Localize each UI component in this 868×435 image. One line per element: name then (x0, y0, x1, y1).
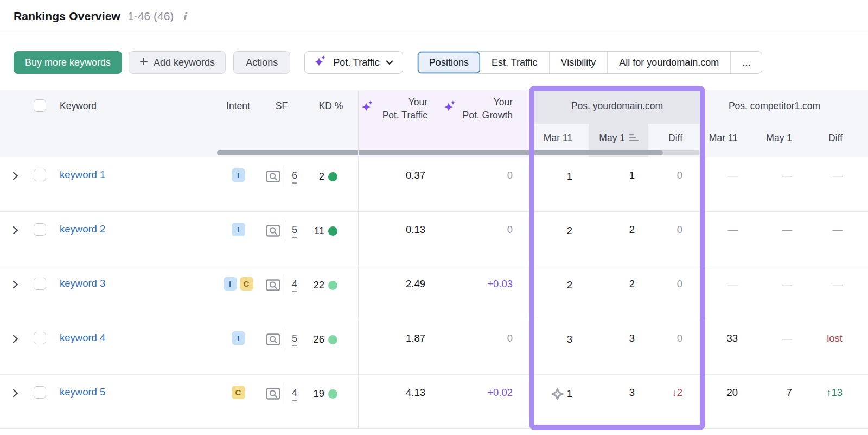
serp-preview-icon[interactable] (266, 279, 280, 292)
pos-yourdomain-mar11: 1 (531, 375, 589, 413)
table-row: keyword 4 I 5 26 1.87 0 3 3 0 33 — lost (0, 320, 868, 375)
subheader-yourdomain-mar11[interactable]: Mar 11 (531, 124, 589, 152)
intent-badge-informational: I (232, 331, 245, 345)
pos-competitor-may1: — (749, 320, 800, 374)
pos-yourdomain-diff: 0 (648, 266, 705, 320)
intent-badges: I (217, 212, 259, 266)
pos-value: 1 (567, 388, 572, 400)
keyword-link[interactable]: keyword 5 (60, 386, 105, 398)
column-header-pot-traffic[interactable]: Your Pot. Traffic (359, 96, 439, 122)
pot-growth-value: 0 (439, 320, 531, 374)
expand-chevron-icon[interactable] (11, 171, 19, 211)
keyword-link[interactable]: keyword 2 (60, 223, 105, 235)
pos-competitor-diff: — (800, 266, 849, 320)
actions-label: Actions (246, 57, 278, 68)
subheader-yourdomain-may1[interactable]: May 1 (589, 124, 648, 152)
serp-features-count[interactable]: 4 (292, 387, 297, 401)
subheader-label: Diff (668, 133, 682, 144)
info-icon[interactable]: i (181, 10, 188, 22)
metric-dropdown[interactable]: Pot. Traffic (304, 51, 403, 74)
serp-features-count[interactable]: 6 (292, 170, 297, 184)
pot-growth-value: 0 (439, 157, 531, 211)
pos-yourdomain-diff: 0 (648, 320, 705, 374)
row-checkbox[interactable] (34, 386, 46, 399)
tab-visibility[interactable]: Visibility (549, 52, 608, 73)
column-header-keyword[interactable]: Keyword (60, 100, 97, 112)
pos-yourdomain-diff: 0 (648, 212, 705, 266)
kd-value: 22 (313, 279, 324, 291)
tab-positions[interactable]: Positions (418, 52, 480, 73)
pos-competitor-may1: — (749, 266, 800, 320)
expand-chevron-icon[interactable] (11, 334, 19, 374)
pot-traffic-value: 4.13 (358, 375, 439, 428)
serp-features-count[interactable]: 4 (292, 279, 297, 292)
row-checkbox[interactable] (34, 332, 46, 344)
column-header-sf[interactable]: SF (259, 100, 304, 112)
pot-traffic-value: 0.37 (358, 157, 439, 211)
expand-chevron-icon[interactable] (11, 280, 19, 320)
sf-divider (286, 220, 286, 241)
serp-features-count[interactable]: 5 (292, 333, 297, 346)
tab-more[interactable]: ... (730, 52, 762, 73)
keyword-link[interactable]: keyword 4 (60, 332, 105, 343)
pos-competitor-may1: — (749, 157, 800, 211)
subheader-label: Mar 11 (544, 133, 572, 144)
intent-badge-informational: I (232, 223, 245, 236)
pos-competitor-diff: ↑13 (800, 375, 849, 428)
select-all-checkbox[interactable] (34, 99, 46, 112)
subheader-competitor-mar11[interactable]: Mar 11 (705, 124, 749, 152)
pos-yourdomain-mar11: 2 (531, 212, 589, 250)
sort-descending-icon (629, 133, 639, 144)
group-header-competitor: Pos. competitor1.com (705, 100, 844, 112)
sf-divider (286, 383, 286, 404)
serp-features-count[interactable]: 5 (292, 224, 297, 238)
subheader-competitor-may1[interactable]: May 1 (749, 124, 800, 152)
pos-value: 2 (567, 279, 572, 291)
intent-badge-commercial: C (240, 277, 253, 291)
subheader-yourdomain-diff[interactable]: Diff (648, 124, 705, 152)
column-header-pot-growth[interactable]: Your Pot. Growth (439, 96, 531, 122)
pos-yourdomain-mar11: 3 (531, 320, 589, 358)
expand-chevron-icon[interactable] (11, 225, 19, 266)
keyword-link[interactable]: keyword 1 (60, 169, 105, 180)
pot-traffic-value: 0.13 (358, 212, 439, 266)
keyword-link[interactable]: keyword 3 (60, 278, 105, 289)
serp-preview-icon[interactable] (266, 225, 280, 237)
serp-preview-icon[interactable] (266, 388, 280, 400)
kd-dot (328, 389, 337, 399)
row-checkbox[interactable] (34, 169, 46, 181)
subheader-competitor-diff[interactable]: Diff (800, 124, 849, 152)
serp-preview-icon[interactable] (266, 171, 280, 183)
buy-more-keywords-button[interactable]: Buy more keywords (14, 51, 122, 74)
row-checkbox[interactable] (34, 278, 46, 290)
kd-value: 19 (313, 388, 324, 400)
row-checkbox[interactable] (34, 223, 46, 236)
intent-badge-informational: I (224, 277, 237, 291)
subheader-label: May 1 (766, 133, 792, 144)
toolbar: Buy more keywords Add keywords Actions P… (14, 51, 762, 74)
title-bar: Rankings Overview 1-46 (46) i (0, 0, 868, 33)
tab-all-for-yourdomain-com[interactable]: All for yourdomain.com (607, 52, 730, 73)
kd-value: 2 (319, 171, 324, 182)
horizontal-scrollbar-thumb[interactable] (217, 150, 663, 155)
pot-growth-line2: Pot. Growth (439, 109, 513, 122)
serp-feature-star-icon (551, 388, 564, 400)
column-header-kd[interactable]: KD % (304, 100, 358, 112)
pos-competitor-mar11: — (705, 157, 749, 211)
serp-preview-icon[interactable] (266, 333, 280, 346)
kd-dot (328, 172, 337, 181)
pos-competitor-may1: 7 (749, 375, 800, 428)
pos-yourdomain-may1: 2 (589, 266, 648, 320)
tab-est-traffic[interactable]: Est. Traffic (480, 52, 549, 73)
subheader-label: Diff (828, 133, 843, 144)
ai-sparkle-icon (314, 55, 327, 70)
pot-growth-value: +0.02 (439, 375, 531, 428)
pot-growth-value: 0 (439, 212, 531, 266)
actions-button[interactable]: Actions (233, 51, 290, 74)
expand-chevron-icon[interactable] (11, 388, 19, 428)
add-keywords-button[interactable]: Add keywords (129, 51, 226, 74)
pot-traffic-value: 1.87 (358, 320, 439, 374)
rankings-overview-screen: Rankings Overview 1-46 (46) i Buy more k… (0, 0, 868, 435)
buy-more-keywords-label: Buy more keywords (25, 57, 111, 68)
column-header-intent[interactable]: Intent (217, 100, 259, 112)
